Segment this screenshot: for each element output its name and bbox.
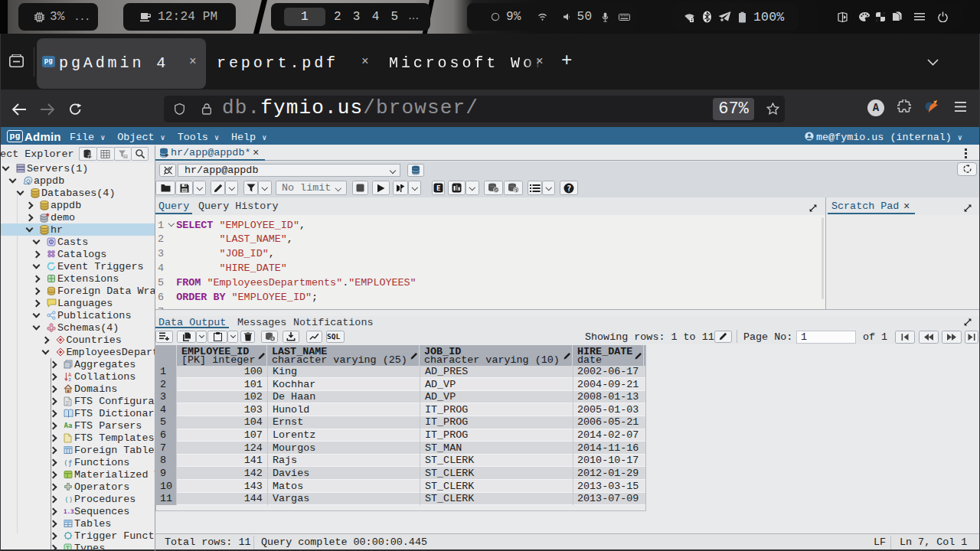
svg-text:1.3: 1.3: [64, 508, 74, 515]
svg-text:?: ?: [567, 184, 571, 192]
svg-text:SQL: SQL: [327, 332, 340, 341]
svg-text:E: E: [436, 184, 440, 192]
svg-text:(): (): [64, 494, 73, 503]
svg-text:(ƒ): (ƒ): [64, 458, 74, 466]
svg-text:z: z: [68, 376, 71, 381]
svg-text:Aa: Aa: [64, 422, 73, 429]
